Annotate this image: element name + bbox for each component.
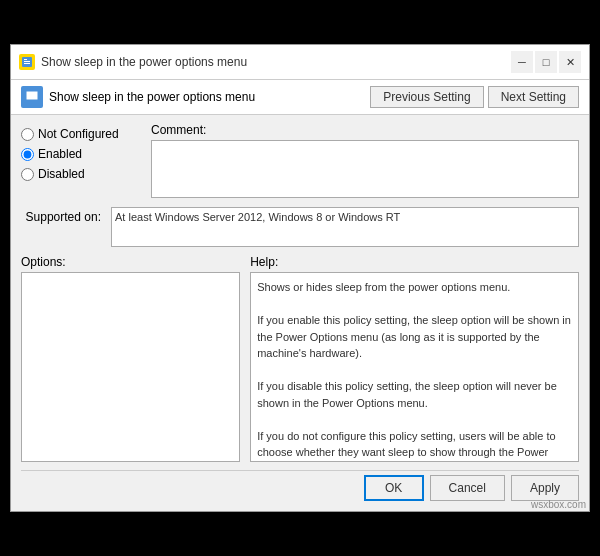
supported-value: At least Windows Server 2012, Windows 8 … bbox=[115, 211, 400, 223]
apply-button[interactable]: Apply bbox=[511, 475, 579, 501]
options-label: Options: bbox=[21, 255, 240, 269]
button-bar: OK Cancel Apply bbox=[21, 470, 579, 503]
subtitle-icon bbox=[21, 86, 43, 108]
radio-not-configured[interactable]: Not Configured bbox=[21, 127, 141, 141]
maximize-button[interactable]: □ bbox=[535, 51, 557, 73]
help-panel: Help: Shows or hides sleep from the powe… bbox=[250, 255, 579, 462]
radio-not-configured-input[interactable] bbox=[21, 128, 34, 141]
options-box bbox=[21, 272, 240, 462]
radio-enabled[interactable]: Enabled bbox=[21, 147, 141, 161]
comment-textarea[interactable] bbox=[151, 140, 579, 198]
svg-rect-5 bbox=[26, 100, 38, 103]
radio-disabled[interactable]: Disabled bbox=[21, 167, 141, 181]
radio-disabled-input[interactable] bbox=[21, 168, 34, 181]
minimize-button[interactable]: ─ bbox=[511, 51, 533, 73]
main-window: Show sleep in the power options menu ─ □… bbox=[10, 44, 590, 512]
right-panel: Comment: bbox=[151, 123, 579, 201]
help-text: Shows or hides sleep from the power opti… bbox=[257, 281, 571, 462]
radio-group: Not Configured Enabled Disabled bbox=[21, 127, 141, 181]
svg-rect-2 bbox=[24, 63, 30, 64]
title-bar-left: Show sleep in the power options menu bbox=[19, 54, 247, 70]
close-button[interactable]: ✕ bbox=[559, 51, 581, 73]
svg-rect-4 bbox=[26, 91, 38, 100]
supported-section: Supported on: At least Windows Server 20… bbox=[21, 207, 579, 247]
svg-rect-1 bbox=[24, 61, 30, 62]
help-label: Help: bbox=[250, 255, 579, 269]
subtitle-title: Show sleep in the power options menu bbox=[49, 90, 255, 104]
content-area: Not Configured Enabled Disabled Commen bbox=[11, 115, 589, 511]
cancel-button[interactable]: Cancel bbox=[430, 475, 505, 501]
radio-enabled-label: Enabled bbox=[38, 147, 82, 161]
bottom-section: Options: Help: Shows or hides sleep from… bbox=[21, 255, 579, 462]
radio-disabled-label: Disabled bbox=[38, 167, 85, 181]
svg-rect-3 bbox=[24, 59, 27, 60]
window-title: Show sleep in the power options menu bbox=[41, 55, 247, 69]
ok-button[interactable]: OK bbox=[364, 475, 424, 501]
title-bar-controls: ─ □ ✕ bbox=[511, 51, 581, 73]
window-icon bbox=[19, 54, 35, 70]
options-panel: Options: bbox=[21, 255, 240, 462]
supported-box: At least Windows Server 2012, Windows 8 … bbox=[111, 207, 579, 247]
next-setting-button[interactable]: Next Setting bbox=[488, 86, 579, 108]
prev-setting-button[interactable]: Previous Setting bbox=[370, 86, 483, 108]
left-panel: Not Configured Enabled Disabled bbox=[21, 123, 141, 201]
help-box: Shows or hides sleep from the power opti… bbox=[250, 272, 579, 462]
supported-label: Supported on: bbox=[21, 207, 101, 247]
radio-not-configured-label: Not Configured bbox=[38, 127, 119, 141]
top-section: Not Configured Enabled Disabled Commen bbox=[21, 123, 579, 201]
subtitle-bar: Show sleep in the power options menu Pre… bbox=[11, 80, 589, 115]
comment-label: Comment: bbox=[151, 123, 579, 137]
title-bar: Show sleep in the power options menu ─ □… bbox=[11, 45, 589, 80]
subtitle-left: Show sleep in the power options menu bbox=[21, 86, 255, 108]
radio-enabled-input[interactable] bbox=[21, 148, 34, 161]
nav-buttons: Previous Setting Next Setting bbox=[370, 86, 579, 108]
